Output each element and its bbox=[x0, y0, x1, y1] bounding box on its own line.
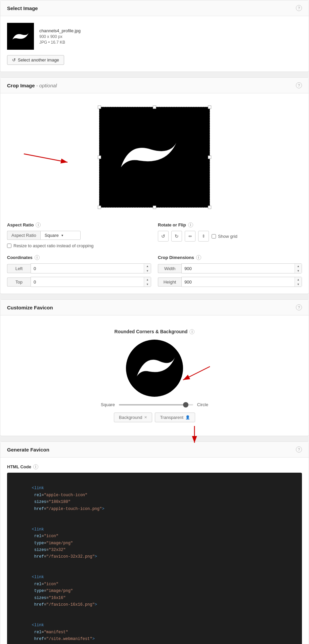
code-line-1: <link rel="apple-touch-icon" sizes="180x… bbox=[12, 478, 297, 519]
customize-favicon-help-icon[interactable]: ? bbox=[296, 304, 302, 310]
width-spinner-up[interactable]: ▲ bbox=[295, 264, 302, 268]
select-another-image-button[interactable]: ↺ Select another image bbox=[7, 55, 64, 65]
aspect-ratio-info-icon[interactable]: i bbox=[36, 222, 41, 227]
top-input-wrap: ▲ ▼ bbox=[31, 277, 151, 287]
rotate-ccw-button[interactable]: ↺ bbox=[158, 231, 169, 242]
crop-nike-icon bbox=[118, 135, 191, 179]
slider-fill bbox=[119, 404, 186, 405]
favicon-preview-container: Rounded Corners & Background i bbox=[7, 322, 302, 429]
rounded-corners-info-icon[interactable]: i bbox=[189, 329, 194, 334]
code-line-4: <link rel="manifest" href="/site.webmani… bbox=[12, 615, 297, 644]
crop-handle-tc[interactable] bbox=[153, 105, 156, 109]
coordinates-info-icon[interactable]: i bbox=[35, 255, 40, 260]
rounded-corners-title: Rounded Corners & Background i bbox=[115, 329, 195, 334]
crop-handle-bl[interactable] bbox=[98, 206, 101, 209]
aspect-ratio-row: Aspect Ratio Square ▾ bbox=[7, 231, 151, 240]
crop-handle-ml[interactable] bbox=[98, 156, 101, 159]
image-info-row: channels4_profile.jpg 900 x 900 px JPG •… bbox=[7, 23, 302, 50]
left-spinners: ▲ ▼ bbox=[144, 264, 151, 273]
crop-handle-tr[interactable] bbox=[208, 105, 211, 109]
height-input[interactable] bbox=[182, 278, 295, 286]
code-block: <link rel="apple-touch-icon" sizes="180x… bbox=[7, 473, 302, 644]
rotate-flip-info-icon[interactable]: i bbox=[188, 222, 193, 227]
top-label: Top bbox=[7, 277, 31, 287]
crop-canvas[interactable] bbox=[99, 107, 210, 208]
background-row-wrap: Background ✕ Transparent 👤 bbox=[114, 413, 195, 422]
generate-favicon-section: Generate Favicon ? HTML Code i <link rel… bbox=[0, 441, 309, 644]
height-spinner-down[interactable]: ▼ bbox=[295, 282, 302, 287]
select-image-body: channels4_profile.jpg 900 x 900 px JPG •… bbox=[0, 16, 309, 72]
transparent-button[interactable]: Transparent 👤 bbox=[155, 413, 195, 422]
crop-dimensions-group: Crop Dimensions i Width ▲ ▼ Height bbox=[158, 255, 302, 287]
flip-h-button[interactable]: ⇔ bbox=[185, 231, 195, 242]
crop-handle-tl[interactable] bbox=[98, 105, 101, 109]
chevron-down-icon: ▾ bbox=[61, 233, 63, 237]
left-coord-row: Left ▲ ▼ bbox=[7, 263, 151, 273]
favicon-nike-icon bbox=[133, 346, 176, 390]
width-input-wrap: ▲ ▼ bbox=[181, 263, 302, 273]
crop-image-help-icon[interactable]: ? bbox=[296, 82, 302, 88]
customize-favicon-header: Customize Favicon ? bbox=[0, 300, 309, 315]
transparent-label: Transparent bbox=[160, 415, 183, 420]
resize-checkbox[interactable] bbox=[7, 244, 11, 248]
top-spinner-down[interactable]: ▼ bbox=[144, 282, 151, 287]
html-code-info-icon[interactable]: i bbox=[33, 464, 38, 469]
crop-dimensions-info-icon[interactable]: i bbox=[196, 255, 201, 260]
show-grid-row[interactable]: Show grid bbox=[212, 234, 237, 239]
select-image-help-icon[interactable]: ? bbox=[296, 5, 302, 11]
select-image-header: Select Image ? bbox=[0, 0, 309, 16]
customize-favicon-body: Rounded Corners & Background i bbox=[0, 315, 309, 436]
left-input[interactable] bbox=[31, 264, 144, 273]
crop-canvas-container bbox=[7, 100, 302, 214]
rotate-flip-group: Rotate or Flip i ↺ ↻ ⇔ ⇕ Show grid bbox=[158, 222, 302, 248]
image-size: JPG • 16.7 KB bbox=[39, 40, 81, 45]
code-line-3: <link rel="icon" type="image/png" sizes=… bbox=[12, 567, 297, 615]
nike-swoosh-icon bbox=[10, 30, 31, 43]
left-label: Left bbox=[7, 264, 31, 273]
crop-image-header: Crop Image - optional ? bbox=[0, 78, 309, 93]
html-code-label: HTML Code i bbox=[7, 464, 302, 469]
aspect-ratio-selected: Square bbox=[45, 233, 59, 238]
aspect-ratio-box-label: Aspect Ratio bbox=[7, 231, 40, 240]
flip-v-button[interactable]: ⇕ bbox=[198, 231, 209, 242]
slider-thumb[interactable] bbox=[183, 402, 188, 407]
width-input[interactable] bbox=[182, 264, 295, 273]
crop-handle-mr[interactable] bbox=[208, 156, 211, 159]
image-meta: channels4_profile.jpg 900 x 900 px JPG •… bbox=[39, 28, 81, 45]
crop-controls-grid: Aspect Ratio i Aspect Ratio Square ▾ Res… bbox=[7, 222, 302, 287]
rotate-row: ↺ ↻ ⇔ ⇕ Show grid bbox=[158, 231, 302, 242]
rotate-flip-label: Rotate or Flip i bbox=[158, 222, 302, 227]
resize-checkbox-row[interactable]: Resize to aspect ratio instead of croppi… bbox=[7, 243, 151, 248]
square-label: Square bbox=[101, 402, 115, 407]
background-button[interactable]: Background ✕ bbox=[114, 413, 152, 422]
left-input-wrap: ▲ ▼ bbox=[31, 263, 151, 273]
x-icon: ✕ bbox=[144, 415, 147, 420]
background-row: Background ✕ Transparent 👤 bbox=[114, 413, 195, 422]
slider-track[interactable] bbox=[119, 404, 193, 405]
person-icon: 👤 bbox=[185, 415, 190, 420]
height-spinner-up[interactable]: ▲ bbox=[295, 277, 302, 282]
top-spinner-up[interactable]: ▲ bbox=[144, 277, 151, 282]
generate-favicon-help-icon[interactable]: ? bbox=[296, 446, 302, 453]
width-spinners: ▲ ▼ bbox=[295, 264, 302, 273]
coordinates-label: Coordinates i bbox=[7, 255, 151, 260]
show-grid-checkbox[interactable] bbox=[212, 234, 216, 239]
width-spinner-down[interactable]: ▼ bbox=[295, 268, 302, 273]
top-input[interactable] bbox=[31, 278, 144, 286]
favicon-preview-area bbox=[126, 340, 183, 397]
aspect-ratio-select[interactable]: Square ▾ bbox=[40, 231, 81, 240]
left-spinner-down[interactable]: ▼ bbox=[144, 268, 151, 273]
rotate-cw-button[interactable]: ↻ bbox=[171, 231, 182, 242]
left-spinner-up[interactable]: ▲ bbox=[144, 264, 151, 268]
crop-handle-bc[interactable] bbox=[153, 206, 156, 209]
background-label: Background bbox=[119, 415, 142, 420]
svg-line-1 bbox=[24, 154, 68, 162]
customize-favicon-section: Customize Favicon ? Rounded Corners & Ba… bbox=[0, 299, 309, 436]
width-row: Width ▲ ▼ bbox=[158, 263, 302, 273]
crop-image-body: Aspect Ratio i Aspect Ratio Square ▾ Res… bbox=[0, 93, 309, 294]
favicon-circle-preview bbox=[126, 340, 183, 397]
width-label: Width bbox=[158, 264, 181, 273]
height-row: Height ▲ ▼ bbox=[158, 277, 302, 287]
select-image-title: Select Image bbox=[7, 5, 38, 11]
crop-handle-br[interactable] bbox=[208, 206, 211, 209]
